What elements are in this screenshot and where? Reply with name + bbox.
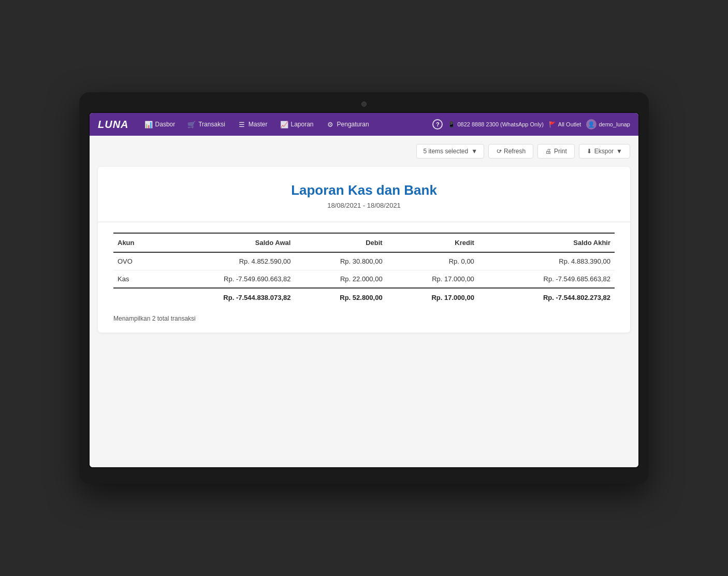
cell-kredit-0: Rp. 0,00	[387, 252, 478, 270]
chevron-down-icon: ▼	[616, 148, 622, 155]
cell-debit-0: Rp. 30.800,00	[295, 252, 386, 270]
nav-item-pengaturan[interactable]: ⚙ Pengaturan	[321, 117, 374, 132]
user-menu[interactable]: 👤 demo_lunap	[586, 119, 630, 129]
ekspor-button[interactable]: ⬇ Ekspor ▼	[579, 144, 630, 159]
cell-akun-1: Kas	[113, 270, 158, 289]
cell-saldo-akhir-0: Rp. 4.883.390,00	[478, 252, 615, 270]
col-header-saldo-awal: Saldo Awal	[158, 233, 295, 252]
phone-contact[interactable]: 📱 0822 8888 2300 (WhatsApp Only)	[448, 121, 543, 128]
report-card: Laporan Kas dan Bank 18/08/2021 - 18/08/…	[98, 167, 630, 333]
col-header-kredit: Kredit	[387, 233, 478, 252]
laptop-shell: LUNA 📊 Dasbor 🛒 Transaksi ☰ Master 📈 Lap…	[79, 92, 649, 484]
laptop-camera	[361, 102, 367, 107]
phone-icon: 📱	[448, 121, 455, 128]
outlet-selector[interactable]: 🚩 All Outlet	[549, 121, 581, 128]
help-button[interactable]: ?	[432, 119, 443, 129]
col-header-saldo-akhir: Saldo Akhir	[478, 233, 615, 252]
master-icon: ☰	[238, 120, 246, 128]
total-debit: Rp. 52.800,00	[295, 288, 386, 307]
totals-label	[113, 288, 158, 307]
outlet-flag-icon: 🚩	[549, 121, 556, 128]
table-totals-row: Rp. -7.544.838.073,82 Rp. 52.800,00 Rp. …	[113, 288, 615, 307]
nav-right: ? 📱 0822 8888 2300 (WhatsApp Only) 🚩 All…	[432, 119, 630, 129]
cell-saldo-akhir-1: Rp. -7.549.685.663,82	[478, 270, 615, 289]
cell-kredit-1: Rp. 17.000,00	[387, 270, 478, 289]
toolbar: 5 items selected ▼ ↺ Refresh 🖨 Print ⬇ E…	[98, 144, 630, 159]
report-footer: Menampilkan 2 total transaksi	[113, 315, 615, 322]
table-row: OVO Rp. 4.852.590,00 Rp. 30.800,00 Rp. 0…	[113, 252, 615, 270]
table-row: Kas Rp. -7.549.690.663,82 Rp. 22.000,00 …	[113, 270, 615, 289]
user-avatar-icon: 👤	[586, 119, 596, 129]
chevron-down-icon: ▼	[471, 148, 477, 155]
nav-item-laporan[interactable]: 📈 Laporan	[275, 117, 319, 132]
report-table: Akun Saldo Awal Debit Kredit Saldo Akhir…	[113, 233, 615, 307]
main-content: 5 items selected ▼ ↺ Refresh 🖨 Print ⬇ E…	[90, 136, 638, 467]
table-header-row: Akun Saldo Awal Debit Kredit Saldo Akhir	[113, 233, 615, 252]
pengaturan-icon: ⚙	[326, 120, 334, 128]
dasbor-icon: 📊	[144, 120, 153, 128]
cell-saldo-awal-0: Rp. 4.852.590,00	[158, 252, 295, 270]
laptop-screen: LUNA 📊 Dasbor 🛒 Transaksi ☰ Master 📈 Lap…	[89, 112, 639, 468]
col-header-debit: Debit	[295, 233, 386, 252]
refresh-button[interactable]: ↺ Refresh	[488, 144, 533, 159]
help-icon: ?	[432, 119, 443, 129]
total-saldo-akhir: Rp. -7.544.802.273,82	[478, 288, 615, 307]
transaksi-icon: 🛒	[187, 120, 196, 128]
download-icon: ⬇	[587, 148, 592, 155]
laporan-icon: 📈	[280, 120, 288, 128]
total-saldo-awal: Rp. -7.544.838.073,82	[158, 288, 295, 307]
nav-item-dasbor[interactable]: 📊 Dasbor	[139, 117, 181, 132]
nav-item-transaksi[interactable]: 🛒 Transaksi	[182, 117, 230, 132]
nav-items: 📊 Dasbor 🛒 Transaksi ☰ Master 📈 Laporan …	[139, 117, 433, 132]
report-title: Laporan Kas dan Bank	[113, 182, 615, 198]
divider	[98, 222, 630, 222]
items-selected-button[interactable]: 5 items selected ▼	[416, 144, 484, 159]
refresh-icon: ↺	[494, 147, 503, 155]
print-icon: 🖨	[545, 148, 551, 155]
col-header-akun: Akun	[113, 233, 158, 252]
total-kredit: Rp. 17.000,00	[387, 288, 478, 307]
print-button[interactable]: 🖨 Print	[537, 144, 575, 159]
cell-debit-1: Rp. 22.000,00	[295, 270, 386, 289]
navbar: LUNA 📊 Dasbor 🛒 Transaksi ☰ Master 📈 Lap…	[90, 113, 638, 136]
cell-akun-0: OVO	[113, 252, 158, 270]
cell-saldo-awal-1: Rp. -7.549.690.663,82	[158, 270, 295, 289]
nav-item-master[interactable]: ☰ Master	[232, 117, 273, 132]
report-date-range: 18/08/2021 - 18/08/2021	[113, 201, 615, 209]
app-logo: LUNA	[98, 119, 129, 131]
